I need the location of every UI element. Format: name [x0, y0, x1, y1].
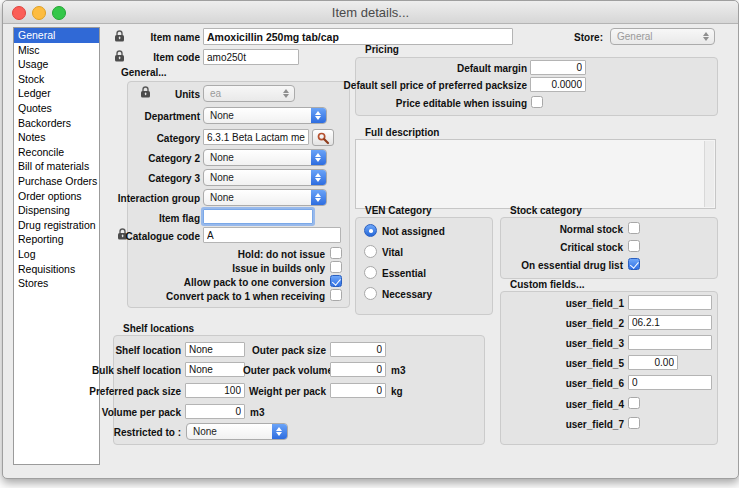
sidebar-item-ledger[interactable]: Ledger: [14, 86, 99, 101]
ven-necessary-label: Necessary: [382, 289, 432, 300]
user-field-4-checkbox[interactable]: [628, 397, 640, 409]
user-field-7-checkbox[interactable]: [628, 417, 640, 429]
default-sell-price-label: Default sell price of preferred packsize: [303, 80, 527, 92]
bulk-shelf-location-label: Bulk shelf location: [63, 365, 181, 377]
user-field-6-input[interactable]: [628, 375, 712, 390]
item-code-input[interactable]: [203, 49, 299, 65]
sidebar-item-stores[interactable]: Stores: [14, 276, 99, 291]
sidebar-item-log[interactable]: Log: [14, 247, 99, 262]
item-name-input[interactable]: [203, 28, 513, 45]
critical-stock-label: Critical stock: [463, 242, 623, 254]
outer-pack-size-label: Outer pack size: [243, 345, 326, 357]
price-editable-label: Price editable when issuing: [303, 98, 527, 110]
convert-pack-label: Convert pack to 1 when receiving: [133, 291, 325, 303]
shelf-location-label: Shelf location: [63, 345, 181, 357]
sidebar-item-drug-registration[interactable]: Drug registration: [14, 218, 99, 233]
user-field-4-label: user_field_4: [463, 399, 624, 411]
outer-pack-size-input[interactable]: [330, 342, 386, 357]
volume-per-pack-input[interactable]: [185, 404, 245, 419]
default-sell-price-input[interactable]: [530, 77, 586, 92]
user-field-3-input[interactable]: [628, 335, 712, 350]
ven-vital-radio[interactable]: [364, 245, 377, 258]
ven-not-assigned-radio[interactable]: [364, 224, 377, 237]
user-field-1-label: user_field_1: [463, 298, 624, 310]
catalogue-code-input[interactable]: [203, 227, 341, 243]
store-select[interactable]: General: [610, 28, 715, 45]
units-label: Units: [100, 89, 200, 101]
pack-to-one-label: Allow pack to one conversion: [133, 277, 325, 289]
window-title: Item details...: [3, 5, 738, 20]
outer-pack-volume-input[interactable]: [330, 362, 386, 377]
sidebar-item-bill-of-materials[interactable]: Bill of materials: [14, 159, 99, 174]
sidebar-item-purchase-orders[interactable]: Purchase Orders: [14, 174, 99, 189]
convert-pack-checkbox[interactable]: [330, 289, 342, 301]
user-field-2-label: user_field_2: [463, 318, 624, 330]
volume-per-pack-label: Volume per pack: [63, 407, 181, 419]
sidebar-item-stock[interactable]: Stock: [14, 72, 99, 87]
sidebar-item-general[interactable]: General: [14, 28, 99, 43]
pricing-group-title: Pricing: [365, 44, 399, 55]
shelf-locations-title: Shelf locations: [123, 323, 194, 334]
user-field-5-input[interactable]: [628, 355, 678, 370]
essential-drug-list-label: On essential drug list: [463, 260, 623, 272]
custom-fields-title: Custom fields...: [510, 279, 584, 290]
category-input[interactable]: [203, 129, 309, 145]
default-margin-input[interactable]: [530, 60, 586, 75]
user-field-1-input[interactable]: [628, 295, 712, 310]
hold-checkbox[interactable]: [330, 247, 342, 259]
outer-pack-volume-unit: m3: [391, 365, 405, 376]
weight-per-pack-input[interactable]: [330, 383, 386, 398]
weight-per-pack-label: Weight per pack: [243, 386, 326, 398]
restricted-to-select[interactable]: None: [186, 423, 288, 440]
stepper-up-down-icon: [311, 108, 326, 123]
sidebar-item-backorders[interactable]: Backorders: [14, 116, 99, 131]
preferred-pack-size-input[interactable]: [185, 383, 245, 398]
critical-stock-checkbox[interactable]: [628, 240, 640, 252]
sidebar-item-quotes[interactable]: Quotes: [14, 101, 99, 116]
pack-to-one-checkbox[interactable]: [330, 275, 342, 287]
sidebar-item-misc[interactable]: Misc: [14, 43, 99, 58]
sidebar-item-requisitions[interactable]: Requisitions: [14, 262, 99, 277]
full-description-textarea[interactable]: [355, 139, 716, 209]
price-editable-checkbox[interactable]: [531, 96, 543, 108]
item-details-window: Item details... General Misc Usage Stock…: [2, 0, 739, 479]
title-bar: Item details...: [3, 1, 738, 24]
sidebar-item-reporting[interactable]: Reporting: [14, 232, 99, 247]
description-scrollbar[interactable]: [704, 141, 714, 207]
sidebar-item-usage[interactable]: Usage: [14, 57, 99, 72]
category3-select[interactable]: None: [203, 169, 327, 186]
interaction-group-select[interactable]: None: [203, 189, 327, 206]
category2-select[interactable]: None: [203, 149, 327, 166]
stepper-up-down-icon: [311, 190, 326, 205]
store-label: Store:: [559, 32, 603, 44]
units-select[interactable]: ea: [203, 85, 295, 102]
essential-drug-list-checkbox[interactable]: [628, 258, 640, 270]
outer-pack-volume-label: Outer pack volume: [243, 365, 326, 377]
stepper-up-down-icon: [272, 424, 287, 439]
screen: Item details... General Misc Usage Stock…: [0, 0, 739, 488]
ven-not-assigned-label: Not assigned: [382, 226, 445, 237]
volume-per-pack-unit: m3: [250, 407, 264, 418]
sidebar-item-notes[interactable]: Notes: [14, 130, 99, 145]
category-lookup-button[interactable]: [312, 129, 334, 146]
stock-category-title: Stock category: [510, 205, 582, 216]
item-flag-input[interactable]: [203, 209, 313, 224]
shelf-location-input[interactable]: [185, 342, 245, 357]
user-field-2-input[interactable]: [628, 315, 712, 330]
ven-necessary-radio[interactable]: [364, 287, 377, 300]
interaction-group-label: Interaction group: [100, 193, 200, 205]
category-label: Category: [100, 133, 200, 145]
general-group-title: General...: [121, 67, 167, 78]
ven-essential-radio[interactable]: [364, 266, 377, 279]
item-code-label: Item code: [100, 52, 200, 64]
item-flag-label: Item flag: [100, 213, 200, 225]
weight-per-pack-unit: kg: [391, 386, 403, 397]
ven-vital-label: Vital: [382, 247, 403, 258]
bulk-shelf-location-input[interactable]: [185, 362, 245, 377]
full-description-title: Full description: [365, 127, 439, 138]
sidebar-item-order-options[interactable]: Order options: [14, 189, 99, 204]
normal-stock-checkbox[interactable]: [628, 222, 640, 234]
builds-only-checkbox[interactable]: [330, 261, 342, 273]
sidebar-item-reconcile[interactable]: Reconcile: [14, 145, 99, 160]
sidebar-item-dispensing[interactable]: Dispensing: [14, 203, 99, 218]
